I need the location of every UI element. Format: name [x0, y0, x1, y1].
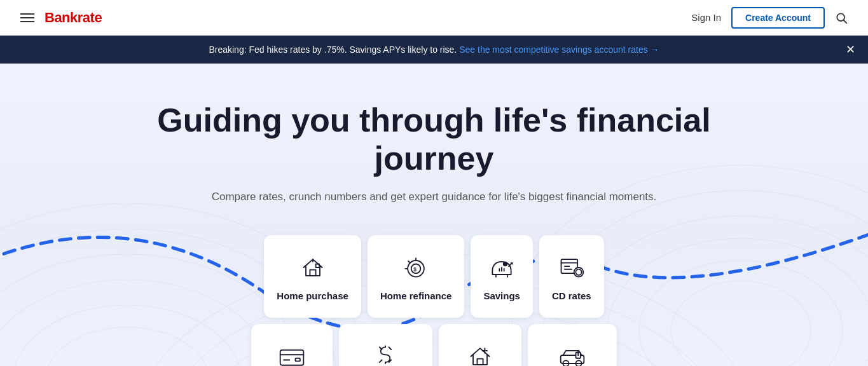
search-icon: [835, 11, 848, 24]
card-car-insurance[interactable]: Car insurance: [528, 324, 617, 366]
card-home-purchase-label: Home purchase: [277, 290, 348, 301]
card-home-purchase[interactable]: Home purchase: [264, 235, 361, 318]
card-home-refinance[interactable]: $ Home refinance: [368, 235, 465, 318]
card-home-refinance-label: Home refinance: [380, 290, 452, 301]
banner-link[interactable]: See the most competitive savings account…: [459, 44, 659, 55]
banner-close-button[interactable]: ✕: [846, 43, 855, 57]
savings-icon: [488, 254, 516, 281]
cards-row-1: Home purchase $ Home refinance: [13, 235, 855, 318]
card-savings-label: Savings: [483, 290, 520, 301]
card-home-equity[interactable]: Home equity: [439, 324, 521, 366]
svg-line-1: [844, 20, 847, 23]
svg-rect-41: [477, 359, 483, 365]
cards-row-2: Credit cards Personal loans: [13, 324, 855, 366]
svg-rect-17: [310, 270, 315, 276]
create-account-button[interactable]: Create Account: [731, 7, 825, 29]
home-purchase-icon: [299, 254, 327, 281]
sign-in-button[interactable]: Sign In: [691, 12, 721, 23]
hero-subtitle: Compare rates, crunch numbers and get ex…: [212, 191, 657, 203]
credit-cards-icon: [278, 345, 306, 366]
card-savings[interactable]: Savings: [471, 235, 533, 318]
card-cd-rates-label: CD rates: [552, 290, 591, 301]
svg-rect-38: [296, 358, 300, 362]
card-personal-loans[interactable]: Personal loans: [339, 324, 432, 366]
svg-rect-19: [315, 264, 319, 268]
svg-text:$: $: [413, 267, 417, 273]
card-cd-rates[interactable]: CD rates: [539, 235, 604, 318]
search-button[interactable]: [835, 11, 848, 24]
card-credit-cards[interactable]: Credit cards: [251, 324, 333, 366]
cards-section: Home purchase $ Home refinance: [13, 235, 855, 366]
navbar: Bankrate Sign In Create Account: [0, 0, 868, 36]
cd-rates-icon: [558, 254, 586, 281]
hero-title: Guiding you through life's financial jou…: [148, 102, 720, 178]
home-refinance-icon: $: [402, 254, 430, 281]
hero-content: Guiding you through life's financial jou…: [13, 102, 855, 203]
nav-left: Bankrate: [20, 10, 102, 26]
nav-right: Sign In Create Account: [691, 7, 848, 29]
banner-text: Breaking: Fed hikes rates by .75%. Savin…: [209, 44, 457, 55]
svg-rect-35: [280, 350, 304, 365]
personal-loans-icon: [371, 342, 399, 366]
home-equity-icon: [466, 342, 494, 366]
hero-section: Guiding you through life's financial jou…: [0, 64, 868, 366]
logo[interactable]: Bankrate: [45, 10, 102, 26]
svg-point-23: [504, 262, 507, 266]
hamburger-menu[interactable]: [20, 13, 34, 22]
car-insurance-icon: [558, 342, 586, 366]
announcement-banner: Breaking: Fed hikes rates by .75%. Savin…: [0, 36, 868, 64]
